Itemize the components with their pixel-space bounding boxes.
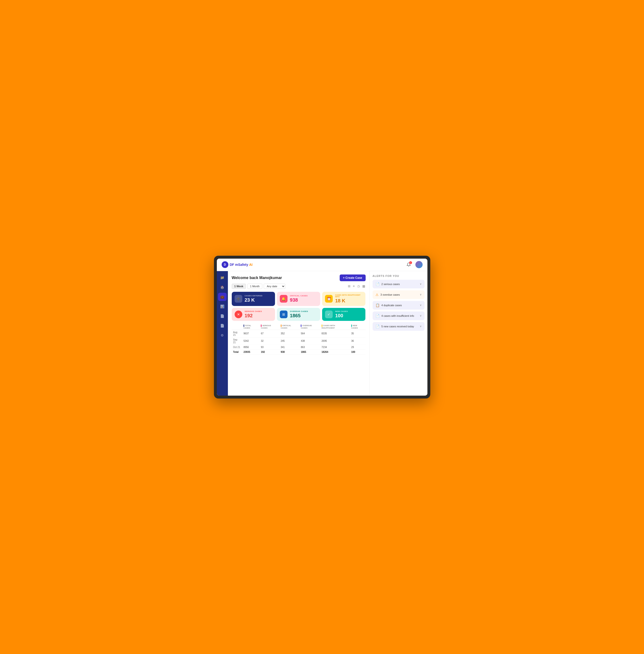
date-filter[interactable]: Any date Today This Week [264,284,285,289]
ai-label: AI [249,263,252,266]
col-header-overdue: OVERDUE CASES [299,324,320,330]
row-label-total: Total [232,349,242,354]
clock-view-icon[interactable]: ◷ [357,284,360,288]
top-bar: D DF mSafety AI 1 [217,259,428,271]
stat-card-serious: ✕ SERIOUS CASES 192 [232,308,275,321]
stat-label-new: NEW CASES [335,310,363,312]
row-label-oct: Oct 21 [232,345,242,349]
alert-card-insufficient[interactable]: 📄 4 cases with insufficient info ∨ [373,311,424,320]
list-view-icon[interactable]: ≡ [352,284,355,288]
stat-label-serious: SERIOUS CASES [245,310,272,312]
sidebar: 📁 🏠 💼 📊 📄 📄 ⚙ [217,271,228,396]
filter-row: 1 Week 1 Month Any date Today This Week … [232,284,366,289]
stat-card-cases-entered: ➕ CASES ENTERED 23 K [232,292,275,306]
col-header-new: NEW CASES [350,324,366,330]
insufficient-icon: ⏰ [325,295,333,303]
col-header-total: TOTAL CASES [242,324,259,330]
top-right: 1 [405,261,422,268]
alert-text-duplicate: 4 duplicate cases [382,304,402,307]
stat-card-critical: 🔔 CRITICAL CASES 938 [277,292,320,306]
alert-text-new: 5 new cases received today [382,325,414,328]
welcome-text: Welcome back Manojkumar [232,276,282,280]
stat-value-cases-entered: 23 K [245,297,272,303]
row-label-aug: Aug 21 [232,330,242,337]
row-label-sep: Sep 21 [232,337,242,345]
critical-icon: 🔔 [280,295,288,303]
alert-icon-serious: 📄 [375,282,380,286]
chevron-icon: ∨ [420,293,422,296]
notification-button[interactable]: 1 [405,261,413,268]
alert-card-new[interactable]: 📄 5 new cases received today ∨ [373,322,424,331]
table-row: Sep 21 5342 32 245 438 2695 36 [232,337,366,345]
stat-value-overdue: 1865 [290,313,317,319]
data-table: TOTAL CASES SERIOUS CASES CRITICAL CASES [232,324,366,354]
sidebar-item-reports[interactable]: 📊 [218,302,227,310]
stat-card-overdue: ⊞ OVERDUE CASES 1865 [277,308,320,321]
alerts-title: ALERTS FOR YOU [373,275,424,277]
chevron-icon: ∨ [420,325,422,328]
col-header-serious: SERIOUS CASES [259,324,279,330]
alert-icon-insufficient: 📄 [375,314,380,318]
stat-value-new: 100 [335,313,363,319]
alert-icon-duplicate: 📋 [375,303,380,307]
stat-value-insufficient: 18 K [335,298,363,304]
app-name: DF mSafety AI [230,263,253,266]
col-header-row-label [232,324,242,330]
panel-header: Welcome back Manojkumar + Create Case [232,275,366,281]
serious-icon: ✕ [235,310,242,318]
stat-card-insufficient: ⏰ CASES WITH INSUFFICIENT INFO 18 K [322,292,365,306]
alert-card-duplicate[interactable]: 📋 4 duplicate cases ∨ [373,301,424,309]
view-icons: ⊞ ≡ ◷ ▦ [347,284,366,288]
stats-grid: ➕ CASES ENTERED 23 K 🔔 CRITICAL CASES [232,292,366,321]
alert-card-overdue[interactable]: ⚠ 3 overdue cases ∨ [373,290,424,299]
logo: D DF mSafety AI [222,261,253,268]
right-panel: ALERTS FOR YOU 📄 2 serious cases ∨ ⚠ [370,271,428,396]
main-layout: 📁 🏠 💼 📊 📄 📄 ⚙ Welcome back Manojkumar [217,271,428,396]
table-row: Aug 21 9637 67 352 564 8335 35 [232,330,366,337]
alert-text-insufficient: 4 cases with insufficient info [382,314,414,317]
col-header-insufficient: CASES WITH INSUFFICIENT [320,324,350,330]
cases-entered-icon: ➕ [235,295,242,303]
sidebar-item-docs1[interactable]: 📄 [218,312,227,320]
stat-value-serious: 192 [245,313,272,319]
left-panel: Welcome back Manojkumar + Create Case 1 … [228,271,370,396]
table-row-total: Total 23935 192 938 1865 18264 100 [232,349,366,354]
stat-label-overdue: OVERDUE CASES [290,310,317,312]
alert-card-serious[interactable]: 📄 2 serious cases ∨ [373,280,424,288]
alert-icon-overdue: ⚠ [375,293,378,297]
sidebar-item-folder[interactable]: 📁 [218,274,227,282]
filter-left: 1 Week 1 Month Any date Today This Week [232,284,285,289]
stat-label-insufficient: CASES WITH INSUFFICIENT INFO [335,294,363,298]
device-wrapper: D DF mSafety AI 1 [214,256,430,398]
table-row: Oct 21 8956 93 341 863 7234 29 [232,345,366,349]
chevron-icon: ∨ [420,304,422,307]
stat-card-new: ✓ NEW CASES 100 [322,308,365,321]
grid-view-icon[interactable]: ⊞ [347,284,351,288]
alert-text-overdue: 3 overdue cases [381,293,400,296]
overdue-icon: ⊞ [280,310,288,318]
sidebar-item-settings[interactable]: ⚙ [218,331,227,340]
stat-value-critical: 938 [290,297,317,303]
stat-label-critical: CRITICAL CASES [290,295,317,297]
screen-inner: D DF mSafety AI 1 [217,259,428,396]
new-cases-icon: ✓ [325,310,333,318]
content-area: Welcome back Manojkumar + Create Case 1 … [228,271,428,396]
chevron-icon: ∨ [420,314,422,317]
sidebar-item-docs2[interactable]: 📄 [218,322,227,330]
filter-week[interactable]: 1 Week [232,284,246,289]
chevron-icon: ∨ [420,282,422,285]
bar-view-icon[interactable]: ▦ [362,284,366,288]
sidebar-item-cases[interactable]: 💼 [218,293,227,301]
sidebar-item-home[interactable]: 🏠 [218,283,227,291]
alert-icon-new: 📄 [375,325,380,328]
notification-badge: 1 [409,261,412,264]
stat-label-cases-entered: CASES ENTERED [245,295,272,297]
alert-text-serious: 2 serious cases [382,283,400,285]
user-avatar[interactable] [415,261,422,268]
create-case-button[interactable]: + Create Case [340,275,366,281]
logo-icon: D [222,261,228,268]
laptop-screen: D DF mSafety AI 1 [214,256,430,398]
col-header-critical: CRITICAL CASES [279,324,300,330]
filter-month[interactable]: 1 Month [247,284,262,289]
